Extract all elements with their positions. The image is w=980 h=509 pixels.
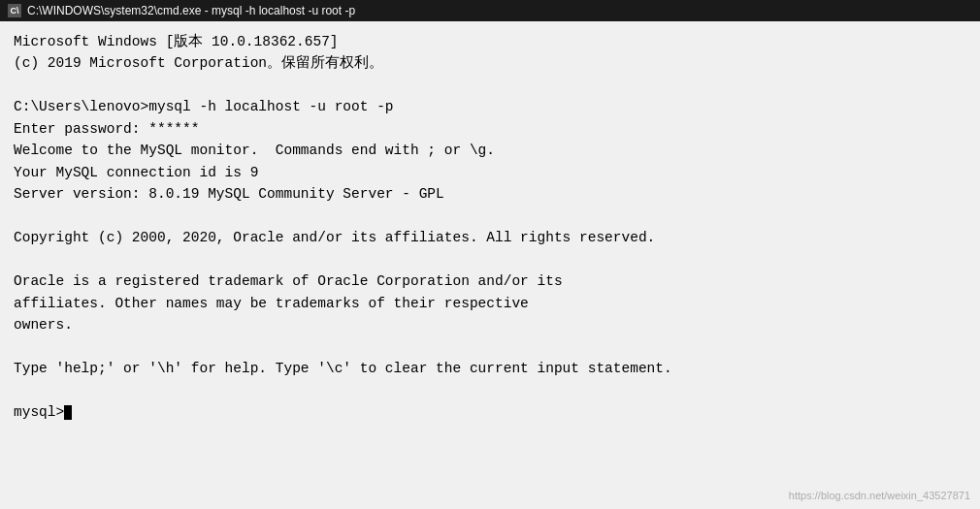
terminal-line: Microsoft Windows [版本 10.0.18362.657] [14,31,966,52]
terminal-line [14,206,966,227]
terminal-line: Copyright (c) 2000, 2020, Oracle and/or … [14,227,966,248]
terminal-line [14,380,966,401]
terminal-line [14,249,966,270]
terminal-line: Oracle is a registered trademark of Orac… [14,270,966,292]
terminal-output: Microsoft Windows [版本 10.0.18362.657](c)… [14,31,966,423]
title-bar: C\ C:\WINDOWS\system32\cmd.exe - mysql -… [0,0,980,21]
terminal-line: mysql> [14,401,966,423]
terminal-line: Welcome to the MySQL monitor. Commands e… [14,140,966,161]
watermark: https://blog.csdn.net/weixin_43527871 [789,490,970,501]
cmd-icon: C\ [8,4,21,17]
terminal-line: Enter password: ****** [14,118,966,140]
terminal-line: owners. [14,314,966,335]
terminal-window: C\ C:\WINDOWS\system32\cmd.exe - mysql -… [0,0,980,509]
terminal-line: affiliates. Other names may be trademark… [14,293,966,314]
terminal-line: Server version: 8.0.19 MySQL Community S… [14,183,966,205]
terminal-body[interactable]: Microsoft Windows [版本 10.0.18362.657](c)… [0,21,980,509]
terminal-line: Your MySQL connection id is 9 [14,162,966,183]
title-bar-text: C:\WINDOWS\system32\cmd.exe - mysql -h l… [27,4,355,17]
terminal-line: C:\Users\lenovo>mysql -h localhost -u ro… [14,96,966,117]
terminal-line [14,336,966,358]
terminal-line: (c) 2019 Microsoft Corporation。保留所有权利。 [14,52,966,74]
terminal-line [14,75,966,96]
cursor [64,405,72,420]
terminal-line: Type 'help;' or '\h' for help. Type '\c'… [14,358,966,379]
